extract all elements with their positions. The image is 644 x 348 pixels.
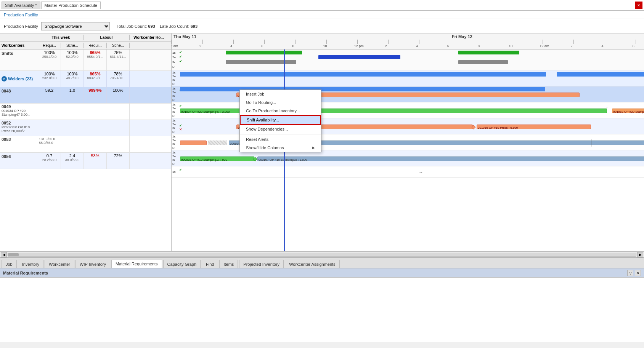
material-requirements-panel: Material Requirements ▽ ✕ bbox=[0, 268, 644, 342]
row-job-0049[interactable]: 0049 001034 OP #20 Stamping47 3,00... bbox=[0, 104, 171, 120]
context-menu: Insert Job Go To Routing... Go To Produc… bbox=[239, 89, 321, 152]
context-menu-sep bbox=[240, 134, 321, 134]
scroll-track[interactable] bbox=[8, 253, 636, 257]
shift-bar-gray-2 bbox=[458, 60, 508, 64]
0056-bar-steelblue: 000107 OP #10 Stamping25 : 1,500 bbox=[257, 156, 644, 161]
gantt-row-welders: 1s 2n 3r D bbox=[172, 70, 644, 86]
shifts-sche2: 75% bbox=[114, 50, 122, 55]
left-panel: This week Labour Workcenter Ho... Workce… bbox=[0, 34, 172, 251]
shift-bar-blue bbox=[318, 55, 400, 59]
col-header-labour: Labour bbox=[84, 35, 130, 40]
shifts-sche2-sub: 831.4/11... bbox=[110, 55, 126, 59]
gantt-row-shifts: 1s 2n 3r D ✔ ✔ ✔ bbox=[172, 49, 644, 70]
breadcrumb: Production Facility bbox=[0, 11, 644, 19]
shifts-sche1: 100% bbox=[67, 50, 77, 55]
mat-req-minimize-btn[interactable]: ▽ bbox=[627, 270, 633, 276]
job-0048-name: 0048 bbox=[0, 87, 38, 103]
0049-arrow: → bbox=[604, 105, 608, 110]
row-job-0052[interactable]: 0052 P2632250 OP #10 Press 20,000/2... bbox=[0, 120, 171, 136]
0049-bar-orange: 001962 OP #20 Stamping5 : 4,380 bbox=[612, 109, 644, 113]
gantt-row-0056: 1s 2n 3r D 000033 OP #10 Stamping17 : 90… bbox=[172, 150, 644, 166]
submenu-arrow-icon: ▶ bbox=[312, 146, 315, 150]
job-0053-name: 0053 bbox=[0, 136, 38, 152]
gantt-time-header: Thu May 11 Fri May 12 12 am24681012 pm24… bbox=[172, 34, 644, 49]
mat-req-close-btn[interactable]: ✕ bbox=[635, 270, 641, 276]
col-header-workcenters bbox=[0, 37, 38, 38]
context-menu-item-go-routing[interactable]: Go To Routing... bbox=[240, 98, 321, 107]
tab-inventory[interactable]: Inventory bbox=[18, 260, 43, 268]
tab-job[interactable]: Job bbox=[2, 260, 17, 268]
row-shifts: Shifts 100% 250.1/0.0 100% 52.0/0.0 865%… bbox=[0, 49, 171, 71]
facility-label: Production Facility bbox=[4, 24, 38, 29]
shifts-requi1: 100% bbox=[44, 50, 55, 55]
job-0052-name: 0052 P2632250 OP #10 Press 20,000/2... bbox=[0, 120, 38, 136]
sub-header-requi1: Requi... bbox=[38, 43, 61, 48]
tab-wip-inventory[interactable]: WIP Inventory bbox=[75, 260, 110, 268]
gantt-row-extra: 1s ✔ → bbox=[172, 166, 644, 178]
toolbar: Production Facility ShopEdge Software ▼ … bbox=[0, 19, 644, 34]
welders-name: A Welders (23) bbox=[0, 71, 38, 87]
0052-bar-2: 001016 OP #10 Press : 6,500 bbox=[477, 125, 591, 129]
0053-bar-salmon bbox=[180, 140, 207, 145]
0048-bar-blue bbox=[180, 87, 545, 91]
tab-find[interactable]: Find bbox=[202, 260, 218, 268]
scroll-left-btn[interactable]: ◀ bbox=[1, 252, 7, 257]
tab-capacity-graph[interactable]: Capacity Graph bbox=[163, 260, 201, 268]
tab-master-prod[interactable]: Master Production Schedule bbox=[41, 2, 101, 9]
sub-header-sche2: Sche... bbox=[107, 43, 130, 48]
0053-tick bbox=[591, 139, 591, 147]
tab-projected-inv[interactable]: Projected Inventory bbox=[239, 260, 284, 268]
mat-req-title: Material Requirements bbox=[3, 271, 48, 275]
shifts-requi1-sub: 250.1/0.0 bbox=[42, 55, 57, 59]
tab-shift-avail[interactable]: Shift Availability * bbox=[2, 2, 40, 9]
row-welders: A Welders (23) 100% 232.0/0.0 100% 49.7/… bbox=[0, 71, 171, 87]
sub-header-workcenters: Workcenters bbox=[0, 43, 38, 48]
scroll-bar[interactable]: ◀ ▶ bbox=[0, 251, 644, 257]
mat-req-header: Material Requirements ▽ ✕ bbox=[0, 268, 644, 278]
shift-bar-green-2 bbox=[458, 51, 519, 54]
close-button[interactable]: × bbox=[635, 2, 642, 9]
tab-items[interactable]: Items bbox=[219, 260, 238, 268]
scroll-thumb[interactable] bbox=[8, 253, 19, 256]
welders-sche1: 100% bbox=[67, 72, 77, 76]
gantt-body: 1s 2n 3r D ✔ ✔ ✔ bbox=[172, 49, 644, 251]
context-menu-item-shift-availability[interactable]: Shift Availability... bbox=[240, 115, 321, 125]
row-job-0048[interactable]: 0048 59.2 1.0 9994% 100% bbox=[0, 87, 171, 104]
welders-sche2: 78% bbox=[114, 72, 122, 76]
sub-header-requi2: Requi... bbox=[84, 43, 107, 48]
facility-select[interactable]: ShopEdge Software bbox=[41, 22, 110, 30]
col-header-workcenter-ho: Workcenter Ho... bbox=[130, 35, 168, 40]
welders-bar-1 bbox=[180, 72, 546, 77]
col-header-this-week: This week bbox=[38, 35, 84, 40]
shift-bar-gray-1 bbox=[226, 60, 296, 64]
toolbar-info: Total Job Count: 693 Late Job Count: 693 bbox=[117, 24, 198, 29]
gantt-panel: Thu May 11 Fri May 12 12 am24681012 pm24… bbox=[172, 34, 644, 251]
tab-material-req[interactable]: Material Requirements bbox=[111, 260, 162, 268]
mat-req-body bbox=[0, 278, 644, 342]
context-menu-item-show-dependencies[interactable]: Show Dependencies... bbox=[240, 125, 321, 133]
job-0056-name: 0056 bbox=[0, 153, 38, 169]
shifts-requi2: 865% bbox=[90, 50, 100, 55]
welders-bar-2 bbox=[557, 72, 644, 77]
tab-workcenter[interactable]: Workcenter bbox=[45, 260, 74, 268]
scroll-right-btn[interactable]: ▶ bbox=[637, 252, 643, 257]
context-menu-item-insert-job[interactable]: Insert Job bbox=[240, 90, 321, 98]
context-menu-item-reset-alerts[interactable]: Reset Alerts bbox=[240, 135, 321, 144]
0053-hatch bbox=[208, 140, 227, 145]
sub-header-sche1: Sche... bbox=[61, 43, 84, 48]
welders-requi1: 100% bbox=[44, 72, 55, 76]
shift-bar-green-1 bbox=[226, 51, 302, 54]
job-0049-name: 0049 001034 OP #20 Stamping47 3,00... bbox=[0, 104, 38, 120]
welders-requi2: 865% bbox=[90, 72, 100, 76]
row-job-0056[interactable]: 0056 0.7 28.2/53.0 2.4 38.0/53.0 53% 72% bbox=[0, 153, 171, 169]
shifts-name: Shifts bbox=[0, 49, 38, 70]
0056-bar-green: 000033 OP #10 Stamping17 : 900 bbox=[180, 156, 254, 161]
breadcrumb-link[interactable]: Production Facility bbox=[4, 13, 38, 17]
row-job-0053[interactable]: 0053 131.9/55.0 55.0/55.0 bbox=[0, 136, 171, 153]
tab-workcenter-assign[interactable]: Workcenter Assignments bbox=[285, 260, 339, 268]
context-menu-item-go-production[interactable]: Go To Production Inventory... bbox=[240, 107, 321, 115]
shifts-requi2-sub: 9554.0/1... bbox=[87, 55, 103, 59]
bottom-tabs: Job Inventory Workcenter WIP Inventory M… bbox=[0, 257, 644, 268]
context-menu-item-show-hide-columns[interactable]: Show/Hide Columns ▶ bbox=[240, 144, 321, 152]
shifts-sche1-sub: 52.0/0.0 bbox=[66, 55, 79, 59]
